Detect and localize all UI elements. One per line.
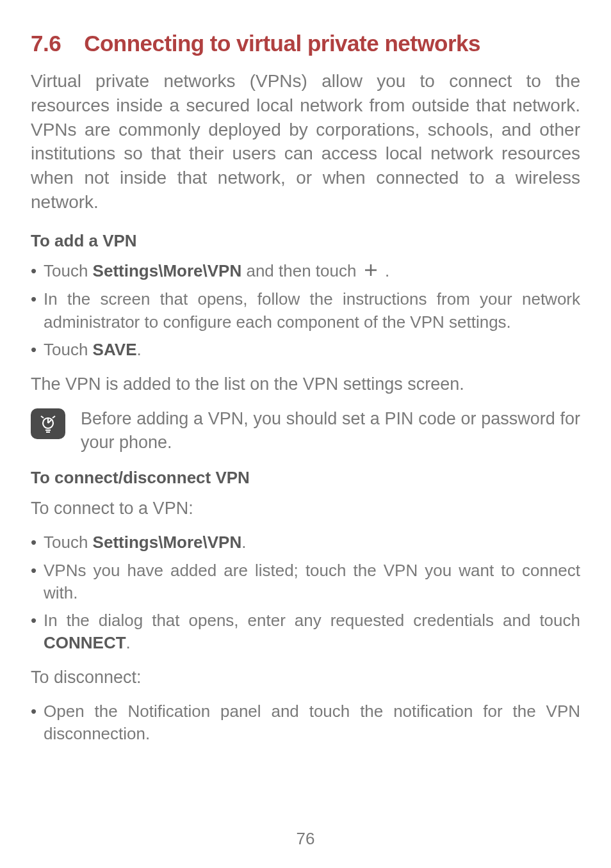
bullet-dot: • <box>31 609 44 654</box>
text-fragment: and then touch <box>241 261 361 280</box>
list-item: • VPNs you have added are listed; touch … <box>31 559 580 604</box>
body-paragraph: The VPN is added to the list on the VPN … <box>31 373 580 396</box>
list-item: • Touch SAVE. <box>31 339 580 361</box>
list-item-text: In the screen that opens, follow the ins… <box>44 288 580 333</box>
list-item-text: In the dialog that opens, enter any requ… <box>44 609 580 654</box>
bold-text: SAVE <box>93 340 137 359</box>
text-fragment: . <box>136 340 141 359</box>
bullet-dot: • <box>31 260 44 284</box>
bullet-dot: • <box>31 288 44 333</box>
page-number: 76 <box>0 829 611 849</box>
add-vpn-list: • Touch Settings\More\VPN and then touch… <box>31 260 580 361</box>
sub-heading-connect-vpn: To connect/disconnect VPN <box>31 468 580 488</box>
intro-paragraph: Virtual private networks (VPNs) allow yo… <box>31 69 580 214</box>
list-item: • Open the Notification panel and touch … <box>31 700 580 745</box>
bold-text: Settings\More\VPN <box>93 261 242 280</box>
text-fragment: . <box>241 533 246 552</box>
sub-heading-add-vpn: To add a VPN <box>31 231 580 251</box>
svg-line-6 <box>53 416 55 418</box>
list-item: • In the screen that opens, follow the i… <box>31 288 580 333</box>
disconnect-vpn-list: • Open the Notification panel and touch … <box>31 700 580 745</box>
section-title: Connecting to virtual private networks <box>84 31 480 56</box>
list-item-text: VPNs you have added are listed; touch th… <box>44 559 580 604</box>
tip-icon <box>31 408 65 439</box>
text-fragment: Touch <box>44 340 93 359</box>
text-fragment: . <box>380 261 389 280</box>
list-item-text: Open the Notification panel and touch th… <box>44 700 580 745</box>
bold-text: CONNECT <box>44 633 126 652</box>
plus-icon <box>364 261 378 283</box>
bold-text: Settings\More\VPN <box>93 533 242 552</box>
body-paragraph: To connect to a VPN: <box>31 497 580 520</box>
list-item: • Touch Settings\More\VPN. <box>31 531 580 554</box>
list-item-text: Touch Settings\More\VPN. <box>44 531 580 554</box>
bullet-dot: • <box>31 339 44 361</box>
note-block: Before adding a VPN, you should set a PI… <box>31 407 580 454</box>
section-number: 7.6 <box>31 31 61 56</box>
list-item-text: Touch Settings\More\VPN and then touch . <box>44 260 580 284</box>
text-fragment: Touch <box>44 261 93 280</box>
text-fragment: In the dialog that opens, enter any requ… <box>44 611 580 630</box>
bullet-dot: • <box>31 531 44 554</box>
svg-line-5 <box>41 416 44 418</box>
bullet-dot: • <box>31 559 44 604</box>
section-heading: 7.6Connecting to virtual private network… <box>31 31 580 56</box>
connect-vpn-list: • Touch Settings\More\VPN. • VPNs you ha… <box>31 531 580 654</box>
text-fragment: Touch <box>44 533 93 552</box>
list-item: • In the dialog that opens, enter any re… <box>31 609 580 654</box>
bullet-dot: • <box>31 700 44 745</box>
body-paragraph: To disconnect: <box>31 666 580 689</box>
note-text: Before adding a VPN, you should set a PI… <box>81 407 580 454</box>
text-fragment: . <box>126 633 131 652</box>
list-item: • Touch Settings\More\VPN and then touch… <box>31 260 580 284</box>
list-item-text: Touch SAVE. <box>44 339 580 361</box>
